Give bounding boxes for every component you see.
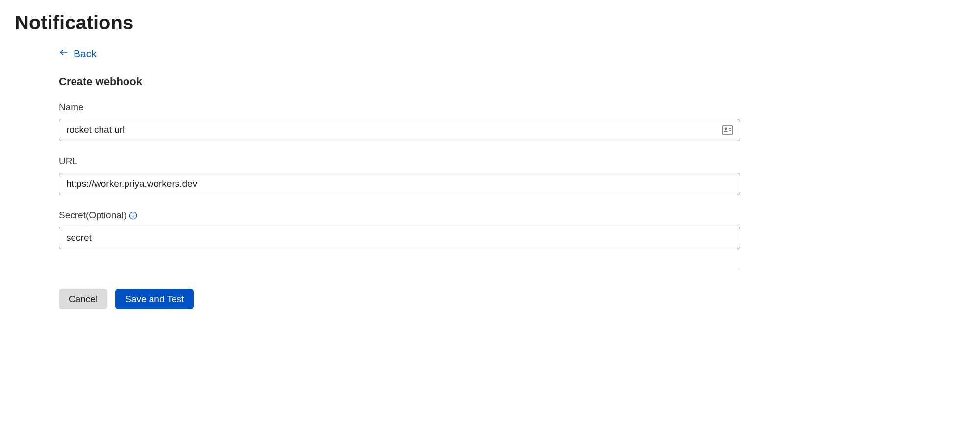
back-link[interactable]: Back — [59, 48, 97, 60]
name-field-group: Name — [59, 102, 740, 141]
cancel-button[interactable]: Cancel — [59, 289, 107, 309]
name-input[interactable] — [59, 119, 740, 141]
back-link-label: Back — [74, 48, 97, 60]
name-label: Name — [59, 102, 740, 113]
arrow-left-icon — [59, 48, 69, 60]
page-title: Notifications — [15, 12, 965, 34]
svg-point-6 — [132, 213, 133, 214]
url-input[interactable] — [59, 173, 740, 195]
divider — [59, 269, 740, 269]
secret-label: Secret(Optional) — [59, 210, 126, 221]
save-and-test-button[interactable]: Save and Test — [115, 289, 194, 309]
secret-input[interactable] — [59, 227, 740, 249]
secret-label-row: Secret(Optional) — [59, 210, 740, 221]
url-label: URL — [59, 156, 740, 167]
form-heading: Create webhook — [59, 76, 740, 88]
url-input-wrapper — [59, 173, 740, 195]
info-icon[interactable] — [128, 211, 137, 220]
button-row: Cancel Save and Test — [59, 289, 740, 309]
url-field-group: URL — [59, 156, 740, 195]
secret-input-wrapper — [59, 227, 740, 249]
name-input-wrapper — [59, 119, 740, 141]
main-content: Back Create webhook Name URL Secret( — [59, 48, 740, 309]
secret-field-group: Secret(Optional) — [59, 210, 740, 249]
